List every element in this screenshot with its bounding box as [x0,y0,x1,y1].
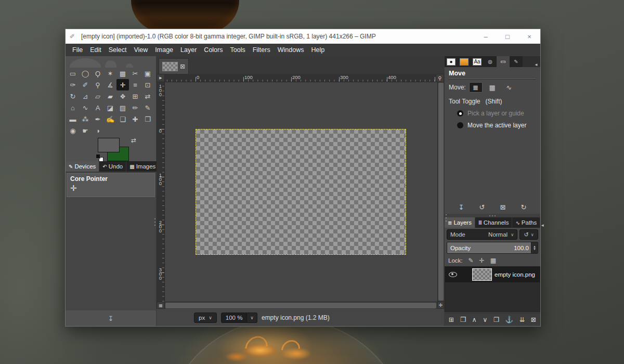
rotate-tool[interactable]: ↻ [67,90,79,102]
fuzzy-select-tool[interactable]: ✶ [104,68,116,79]
lock-pixels-button[interactable]: ✎ [469,257,474,264]
free-select-tool[interactable]: Ϙ [92,68,104,79]
menu-item[interactable]: Colors [200,45,226,55]
restore-tool-preset-button[interactable]: ↺ [479,203,485,211]
scrollbar-thumb[interactable] [438,83,444,301]
bucket-fill-tool[interactable]: ◪ [104,102,116,113]
reset-tool-options-button[interactable]: ↻ [521,203,527,211]
raise-layer-button[interactable]: ∧ [472,316,476,323]
radio-option[interactable]: Pick a layer or guide [457,110,536,117]
chevron-down-icon[interactable]: ∨ [247,313,257,323]
airbrush-tool[interactable]: ⁂ [79,113,92,125]
close-tab-icon[interactable]: ⊠ [180,63,185,70]
zoom-control[interactable]: 100 % ∨ [221,313,257,323]
swap-colors-icon[interactable]: ⇄ [131,137,136,144]
close-button[interactable]: × [518,29,540,44]
menu-item[interactable]: Windows [274,45,308,55]
move-tool[interactable]: ✛ [116,79,129,90]
tab-paintbrush[interactable]: ✎ [510,56,523,67]
spin-down-icon[interactable]: ▼ [533,248,536,251]
duplicate-layer-button[interactable]: ❐ [493,316,499,323]
foreground-select-tool[interactable]: ▣ [141,68,154,79]
text-tool[interactable]: A [92,102,104,113]
dock-splitter-handle[interactable] [445,214,540,217]
tab-layers[interactable]: ≣ Layers [445,217,475,228]
zoom-tool[interactable]: ⚲ [92,79,104,90]
device-item[interactable]: Core Pointer ✛ [67,173,155,197]
radio-option[interactable]: Move the active layer [457,122,536,129]
tab-brushes[interactable]: ● [445,56,458,67]
scrollbar-thumb[interactable] [165,303,436,308]
tab-channels[interactable]: Ⅲ Channels [475,217,513,228]
lock-position-button[interactable]: ✛ [479,257,485,264]
new-layer-group-button[interactable]: ❒ [460,316,466,323]
dock-menu-button[interactable]: ◄ [540,223,544,228]
menu-item[interactable]: File [69,45,86,55]
align-tool[interactable]: ≡ [129,79,141,90]
save-tool-preset-button[interactable]: ↧ [459,203,464,211]
delete-tool-preset-button[interactable]: ⊠ [500,203,506,211]
radio-button[interactable] [457,110,463,116]
move-selection-button[interactable]: ▦ [486,82,499,93]
tab-tool-options[interactable]: ▭ [497,56,510,67]
perspective-clone-tool[interactable]: ❐ [141,113,154,125]
shear-tool[interactable]: ▱ [92,90,104,102]
opacity-slider[interactable]: Opacity 100.0 ▲ ▼ [447,242,538,254]
new-layer-button[interactable]: ⊞ [449,316,454,323]
measure-tool[interactable]: ∡ [104,79,116,90]
rectangle-select-tool[interactable]: ▭ [67,68,79,79]
maximize-button[interactable]: □ [497,29,518,44]
canvas-viewport[interactable] [165,82,437,302]
tab-patterns[interactable]: ◍ [484,56,497,67]
foreground-color-swatch[interactable] [98,138,120,152]
menu-item[interactable]: View [130,45,151,55]
menu-item[interactable]: Help [307,45,328,55]
menu-item[interactable]: Filters [249,45,274,55]
image-canvas[interactable] [196,129,406,255]
ruler-corner-button[interactable]: ▶ [157,74,165,82]
delete-layer-button[interactable]: ⊠ [531,316,536,323]
blur-sharpen-tool[interactable]: ◉ [67,125,79,136]
dock-menu-button[interactable]: ◄ [532,62,540,67]
save-device-status-button[interactable]: ↧ [108,315,114,322]
vertical-scrollbar[interactable] [437,82,444,302]
unit-dropdown[interactable]: px ∨ [194,313,217,323]
minimize-button[interactable]: – [475,29,497,44]
lock-alpha-button[interactable]: ▦ [490,257,496,264]
tab-undo[interactable]: ↶ Undo [99,161,126,172]
unified-transform-tool[interactable]: ⊞ [129,90,141,102]
color-picker-tool[interactable]: ✐ [79,79,92,90]
radio-button[interactable] [457,122,463,128]
clone-tool[interactable]: ❏ [116,113,129,125]
opacity-spinner[interactable]: ▲ ▼ [531,242,538,253]
menu-item[interactable]: Image [151,45,177,55]
anchor-layer-button[interactable]: ⚓ [505,316,514,323]
ink-tool[interactable]: ✒ [92,113,104,125]
zoom-follow-window-button[interactable]: ⚲ [436,74,444,82]
merge-down-button[interactable]: ⇊ [519,316,525,323]
tab-paths[interactable]: ∿ Paths [512,217,540,228]
tab-devices[interactable]: ✎ Devices [66,161,99,172]
menu-item[interactable]: Edit [86,45,105,55]
cage-transform-tool[interactable]: ⌂ [67,102,79,113]
menu-item[interactable]: Tools [226,45,249,55]
menu-item[interactable]: Select [105,45,131,55]
pencil-tool[interactable]: ✏ [129,102,141,113]
layer-thumbnail[interactable] [472,268,492,281]
dodge-burn-tool[interactable]: ◑ [92,125,104,136]
layer-name[interactable]: empty icon.png [495,271,535,278]
warp-transform-tool[interactable]: ∿ [79,102,92,113]
quadrant-button[interactable]: ▦ [157,302,165,309]
perspective-tool[interactable]: ▰ [104,90,116,102]
gradient-tool[interactable]: ▨ [116,102,129,113]
navigation-button[interactable]: ✛ [437,302,444,309]
dock-splitter[interactable] [445,212,447,224]
move-path-button[interactable]: ∿ [502,82,516,93]
eraser-tool[interactable]: ▬ [67,113,79,125]
default-colors-icon[interactable] [96,154,104,162]
flip-tool[interactable]: ⇄ [141,90,154,102]
horizontal-ruler[interactable]: 0100200300400 [165,74,436,82]
tab-gradients[interactable] [458,56,471,67]
menu-item[interactable]: Layer [177,45,200,55]
layer-visibility-toggle[interactable] [445,272,461,277]
